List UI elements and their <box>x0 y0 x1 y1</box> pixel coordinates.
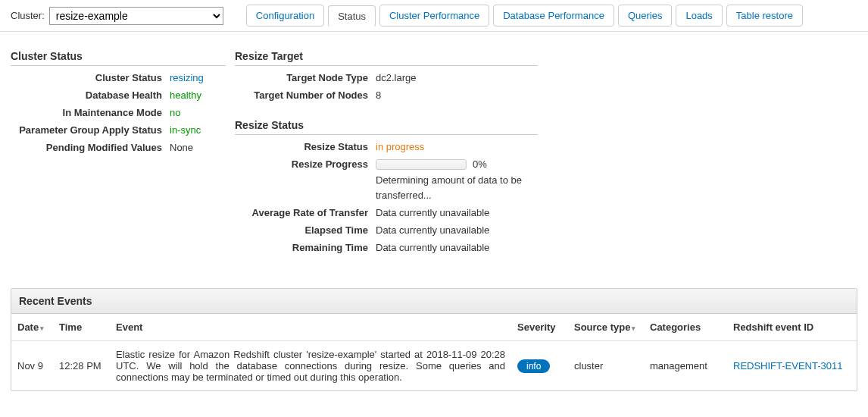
tab-database-performance[interactable]: Database Performance <box>493 5 614 27</box>
row-target-num-nodes: Target Number of Nodes 8 <box>235 88 857 103</box>
section-title-resize-target: Resize Target <box>235 50 538 66</box>
event-id-link[interactable]: REDSHIFT-EVENT-3011 <box>733 360 843 372</box>
value-db-health: healthy <box>162 88 201 103</box>
row-resize-progress: Resize Progress 0% Determining amount of… <box>235 157 857 203</box>
row-maintenance: In Maintenance Mode no <box>11 105 226 121</box>
label-avg-rate: Average Rate of Transfer <box>235 205 368 221</box>
label-maintenance: In Maintenance Mode <box>11 105 162 121</box>
tab-cluster-performance[interactable]: Cluster Performance <box>379 5 489 27</box>
col-cluster-status: Cluster Status Cluster Status resizing D… <box>11 50 226 258</box>
col-resize: Resize Target Target Node Type dc2.large… <box>235 50 857 258</box>
progress-percent: 0% <box>473 157 487 172</box>
severity-badge: info <box>517 359 550 373</box>
value-remaining: Data currently unavailable <box>368 240 489 256</box>
value-elapsed: Data currently unavailable <box>368 223 489 238</box>
label-target-num-nodes: Target Number of Nodes <box>235 88 368 103</box>
col-header-date[interactable]: Date <box>11 314 53 341</box>
label-resize-status: Resize Status <box>235 140 368 155</box>
row-avg-rate: Average Rate of Transfer Data currently … <box>235 205 857 221</box>
progress-note: Determining amount of data to be transfe… <box>376 173 542 203</box>
label-pg-apply: Parameter Group Apply Status <box>11 123 162 138</box>
events-panel: Recent Events Date Time Event Severity S… <box>11 288 857 391</box>
tab-status[interactable]: Status <box>328 5 376 27</box>
tab-loads[interactable]: Loads <box>676 5 722 27</box>
row-elapsed: Elapsed Time Data currently unavailable <box>235 223 857 238</box>
events-header-row: Date Time Event Severity Source type Cat… <box>11 314 857 341</box>
content-area: Cluster Status Cluster Status resizing D… <box>0 32 868 288</box>
progress-bar <box>376 159 467 170</box>
label-remaining: Remaining Time <box>235 240 368 256</box>
cell-time: 12:28 PM <box>53 341 110 391</box>
row-pg-apply: Parameter Group Apply Status in-sync <box>11 123 226 138</box>
section-title-resize-status: Resize Status <box>235 119 538 135</box>
value-cluster-status: resizing <box>162 71 204 86</box>
col-header-source-type[interactable]: Source type <box>568 314 644 341</box>
cluster-select[interactable]: resize-example <box>49 7 223 25</box>
label-cluster-status: Cluster Status <box>11 71 162 86</box>
cell-severity: info <box>511 341 568 391</box>
cell-event: Elastic resize for Amazon Redshift clust… <box>110 341 511 391</box>
label-elapsed: Elapsed Time <box>235 223 368 238</box>
value-target-num-nodes: 8 <box>368 88 381 103</box>
label-resize-progress: Resize Progress <box>235 157 368 203</box>
col-header-event[interactable]: Event <box>110 314 511 341</box>
value-resize-progress: 0% Determining amount of data to be tran… <box>368 157 542 203</box>
label-db-health: Database Health <box>11 88 162 103</box>
cell-date: Nov 9 <box>11 341 53 391</box>
cell-event-id: REDSHIFT-EVENT-3011 <box>727 341 857 391</box>
value-target-node-type: dc2.large <box>368 71 416 86</box>
row-resize-status: Resize Status in progress <box>235 140 857 155</box>
row-pending: Pending Modified Values None <box>11 140 226 155</box>
value-resize-status: in progress <box>368 140 424 155</box>
events-header: Recent Events <box>11 289 857 314</box>
tabs-bar: Configuration Status Cluster Performance… <box>246 5 803 27</box>
tab-table-restore[interactable]: Table restore <box>726 5 803 27</box>
col-header-time[interactable]: Time <box>53 314 110 341</box>
cell-categories: management <box>644 341 727 391</box>
tab-queries[interactable]: Queries <box>618 5 673 27</box>
label-target-node-type: Target Node Type <box>235 71 368 86</box>
value-pending: None <box>162 140 193 155</box>
table-row: Nov 9 12:28 PM Elastic resize for Amazon… <box>11 341 857 391</box>
row-remaining: Remaining Time Data currently unavailabl… <box>235 240 857 256</box>
value-avg-rate: Data currently unavailable <box>368 205 489 221</box>
col-header-event-id[interactable]: Redshift event ID <box>727 314 857 341</box>
col-header-categories[interactable]: Categories <box>644 314 727 341</box>
label-pending: Pending Modified Values <box>11 140 162 155</box>
cell-source-type: cluster <box>568 341 644 391</box>
col-header-severity[interactable]: Severity <box>511 314 568 341</box>
top-bar: Cluster: resize-example Configuration St… <box>0 0 868 32</box>
row-cluster-status: Cluster Status resizing <box>11 71 226 86</box>
value-pg-apply: in-sync <box>162 123 201 138</box>
events-table: Date Time Event Severity Source type Cat… <box>11 314 857 390</box>
row-target-node-type: Target Node Type dc2.large <box>235 71 857 86</box>
cluster-label: Cluster: <box>11 10 45 21</box>
tab-configuration[interactable]: Configuration <box>246 5 324 27</box>
section-title-cluster-status: Cluster Status <box>11 50 226 66</box>
row-db-health: Database Health healthy <box>11 88 226 103</box>
value-maintenance: no <box>162 105 180 121</box>
